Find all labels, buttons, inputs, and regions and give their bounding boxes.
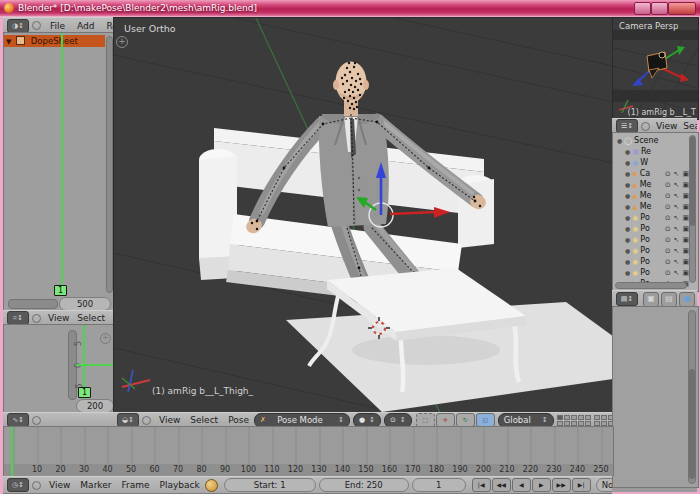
layer-toggle[interactable]: [594, 421, 600, 426]
expander-icon[interactable]: ●: [625, 236, 630, 243]
selectability-icon[interactable]: ↖: [674, 236, 680, 244]
menu-add[interactable]: Add: [77, 21, 94, 31]
outliner-item-mesh[interactable]: ●▲Me⊙↖▣: [613, 179, 689, 190]
outliner-vscrollbar[interactable]: [689, 135, 696, 283]
collapse-menu-icon[interactable]: [32, 21, 41, 30]
selectability-icon[interactable]: ↖: [674, 192, 680, 200]
dopesheet-menu-view[interactable]: View: [48, 313, 69, 323]
expander-icon[interactable]: ●: [625, 192, 630, 199]
dopesheet-frame-line[interactable]: [61, 33, 63, 297]
outliner-item-label[interactable]: Po: [640, 268, 661, 277]
selectability-icon[interactable]: ↖: [674, 269, 680, 277]
next-keyframe-button[interactable]: ▶▶: [552, 478, 571, 492]
sync-selector[interactable]: No Sync↕: [596, 478, 612, 492]
timeline-editor-icon[interactable]: ◷↕: [7, 478, 29, 492]
timeline-collapse-icon[interactable]: [32, 481, 41, 490]
layer-grid-2[interactable]: [594, 415, 612, 426]
start-frame-slider[interactable]: Start: 1: [224, 478, 316, 492]
outliner-item-lamp[interactable]: ●◉Po⊙↖▣: [613, 212, 689, 223]
properties-tab-render[interactable]: ▣: [643, 292, 659, 307]
outliner-item-renderlayers[interactable]: ●▦Re: [613, 146, 689, 157]
dopesheet-vscrollbar[interactable]: [106, 36, 113, 293]
graph-region-plus-icon[interactable]: +: [100, 333, 111, 344]
layer-toggle[interactable]: [571, 421, 577, 426]
renderability-icon[interactable]: ▣: [682, 247, 689, 255]
renderability-icon[interactable]: ▣: [682, 258, 689, 266]
renderability-icon[interactable]: ▣: [682, 181, 689, 189]
outliner-menu-search[interactable]: Search: [683, 121, 697, 131]
scale-manipulator-icon[interactable]: ◱: [476, 413, 495, 427]
close-button[interactable]: [668, 2, 696, 15]
layer-toggle[interactable]: [601, 421, 607, 426]
layer-toggle[interactable]: [585, 421, 591, 426]
outliner-item-lamp[interactable]: ●◉Po⊙↖▣: [613, 256, 689, 267]
outliner-item-label[interactable]: Scene: [634, 136, 689, 145]
renderability-icon[interactable]: ▣: [682, 170, 689, 178]
visibility-eye-icon[interactable]: ⊙: [665, 192, 671, 200]
outliner-item-label[interactable]: Re: [641, 147, 689, 156]
editor-type-icon[interactable]: ◑↕: [7, 19, 29, 33]
expander-icon[interactable]: ●: [625, 214, 630, 221]
selectability-icon[interactable]: ↖: [674, 258, 680, 266]
layer-toggle[interactable]: [564, 415, 570, 420]
outliner-editor-icon[interactable]: ☰↕: [616, 119, 638, 133]
outliner-item-lamp[interactable]: ●◉Po⊙↖▣: [613, 245, 689, 256]
timeline-menu-playback[interactable]: Playback: [160, 480, 200, 490]
timeline-ruler[interactable]: 1020304050607080901001101201301401501601…: [3, 464, 614, 476]
outliner-item-label[interactable]: Po: [640, 257, 661, 266]
visibility-eye-icon[interactable]: ⊙: [665, 214, 671, 222]
visibility-eye-icon[interactable]: ⊙: [665, 170, 671, 178]
outliner-item-mesh[interactable]: ●▲Me⊙↖▣: [613, 190, 689, 201]
viewport-3d[interactable]: User Ortho + (1) amRig b__L_Thigh_: [113, 17, 614, 414]
outliner-item-label[interactable]: Me: [640, 202, 662, 211]
visibility-eye-icon[interactable]: ⊙: [665, 236, 671, 244]
outliner-item-label[interactable]: Me: [640, 191, 662, 200]
renderability-icon[interactable]: ▣: [682, 269, 689, 277]
timeline-menu-frame[interactable]: Frame: [121, 480, 149, 490]
layer-toggle[interactable]: [594, 415, 600, 420]
properties-editor-icon[interactable]: ▤↕: [616, 292, 638, 306]
graph-end-frame-slider[interactable]: 200: [76, 399, 114, 413]
prev-keyframe-button[interactable]: ◀◀: [492, 478, 511, 492]
layer-toggle[interactable]: [601, 415, 607, 420]
current-frame-field[interactable]: 1: [412, 478, 466, 492]
graph-collapse-icon[interactable]: [32, 416, 41, 425]
renderability-icon[interactable]: ▣: [682, 203, 689, 211]
outliner-item-label[interactable]: Me: [640, 180, 662, 189]
dopesheet-channel-row[interactable]: ▼ DopeSheet: [4, 35, 105, 47]
outliner-hscrollbar[interactable]: [615, 282, 687, 289]
layer-grid-1[interactable]: [557, 415, 591, 426]
outliner-item-mesh[interactable]: ●▲Me⊙↖▣: [613, 201, 689, 212]
expander-icon[interactable]: ●: [625, 269, 630, 276]
play-reverse-button[interactable]: ◀: [512, 478, 531, 492]
viewport-menu-pose[interactable]: Pose: [228, 415, 249, 425]
selectability-icon[interactable]: ↖: [674, 203, 680, 211]
end-frame-slider[interactable]: End: 250: [319, 478, 409, 492]
properties-vscrollbar[interactable]: [688, 310, 696, 484]
expander-icon[interactable]: ●: [625, 181, 630, 188]
visibility-eye-icon[interactable]: ⊙: [665, 181, 671, 189]
rotate-manipulator-icon[interactable]: ↻: [456, 413, 475, 427]
renderability-icon[interactable]: ▣: [682, 225, 689, 233]
layer-toggle[interactable]: [578, 415, 584, 420]
outliner-item-label[interactable]: Ca: [640, 169, 662, 178]
timeline-frame-cursor[interactable]: [11, 427, 13, 465]
expand-triangle-icon[interactable]: ▼: [6, 38, 11, 46]
visibility-eye-icon[interactable]: ⊙: [665, 247, 671, 255]
outliner-collapse-icon[interactable]: [641, 122, 650, 131]
dopesheet-collapse-icon[interactable]: [32, 314, 41, 323]
layer-toggle[interactable]: [585, 415, 591, 420]
outliner-item-label[interactable]: W: [640, 158, 689, 167]
dopesheet-frame-badge[interactable]: 1: [54, 285, 67, 296]
layer-toggle[interactable]: [557, 421, 563, 426]
menu-file[interactable]: File: [50, 21, 65, 31]
jump-to-start-button[interactable]: |◀: [472, 478, 491, 492]
renderability-icon[interactable]: ▣: [682, 214, 689, 222]
selectability-icon[interactable]: ↖: [674, 247, 680, 255]
outliner-item-label[interactable]: Po: [640, 235, 661, 244]
timeline-menu-view[interactable]: View: [49, 480, 70, 490]
layer-toggle[interactable]: [557, 415, 563, 420]
outliner-item-label[interactable]: Po: [640, 213, 661, 222]
expander-icon[interactable]: ●: [625, 170, 630, 177]
renderability-icon[interactable]: ▣: [682, 236, 689, 244]
